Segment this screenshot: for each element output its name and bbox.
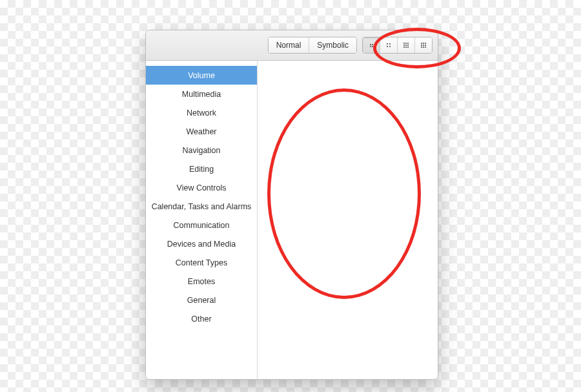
sidebar-item-label: Weather xyxy=(186,127,216,136)
size-xsmall-button[interactable] xyxy=(363,37,380,53)
style-normal-button[interactable]: Normal xyxy=(269,37,309,53)
sidebar-item-editing[interactable]: Editing xyxy=(146,160,257,178)
icon-browser-window: Normal Symbolic xyxy=(145,30,438,380)
category-sidebar[interactable]: Volume Multimedia Network Weather Naviga… xyxy=(146,61,258,379)
sidebar-item-devices[interactable]: Devices and Media xyxy=(146,234,257,253)
style-segmented-control: Normal Symbolic xyxy=(268,37,357,54)
sidebar-item-label: Emotes xyxy=(188,277,215,286)
sidebar-item-other[interactable]: Other xyxy=(146,309,257,328)
sidebar-item-label: Volume xyxy=(188,71,215,80)
sidebar-item-label: Devices and Media xyxy=(167,240,236,249)
window-body: Volume Multimedia Network Weather Naviga… xyxy=(146,61,438,379)
sidebar-item-emotes[interactable]: Emotes xyxy=(146,272,257,291)
sidebar-item-weather[interactable]: Weather xyxy=(146,122,257,141)
sidebar-item-label: General xyxy=(187,296,216,305)
sidebar-item-label: Network xyxy=(187,108,216,118)
sidebar-item-label: Navigation xyxy=(182,146,220,155)
icon-content-area xyxy=(258,61,438,379)
sidebar-item-network[interactable]: Network xyxy=(146,103,257,122)
sidebar-item-volume[interactable]: Volume xyxy=(146,66,257,85)
grid-icon xyxy=(387,43,391,47)
sidebar-item-multimedia[interactable]: Multimedia xyxy=(146,85,257,103)
grid-icon xyxy=(403,43,409,48)
sidebar-item-label: Content Types xyxy=(176,258,227,267)
sidebar-item-label: Editing xyxy=(189,165,214,174)
sidebar-item-label: Calendar, Tasks and Alarms xyxy=(152,202,252,211)
sidebar-item-label: View Controls xyxy=(177,183,227,192)
size-segmented-control xyxy=(362,37,433,54)
sidebar-item-content-types[interactable]: Content Types xyxy=(146,253,257,272)
sidebar-item-label: Multimedia xyxy=(182,90,221,99)
sidebar-item-communication[interactable]: Communication xyxy=(146,216,257,234)
sidebar-item-view-controls[interactable]: View Controls xyxy=(146,178,257,197)
grid-icon xyxy=(370,44,373,47)
sidebar-item-general[interactable]: General xyxy=(146,291,257,309)
grid-icon xyxy=(421,43,426,48)
sidebar-item-label: Communication xyxy=(174,221,230,230)
style-symbolic-button[interactable]: Symbolic xyxy=(309,37,356,53)
titlebar: Normal Symbolic xyxy=(146,30,438,61)
size-large-button[interactable] xyxy=(414,37,432,53)
size-medium-button[interactable] xyxy=(397,37,414,53)
sidebar-item-label: Other xyxy=(191,315,211,324)
sidebar-item-navigation[interactable]: Navigation xyxy=(146,141,257,160)
sidebar-item-calendar[interactable]: Calendar, Tasks and Alarms xyxy=(146,197,257,216)
size-small-button[interactable] xyxy=(380,37,397,53)
